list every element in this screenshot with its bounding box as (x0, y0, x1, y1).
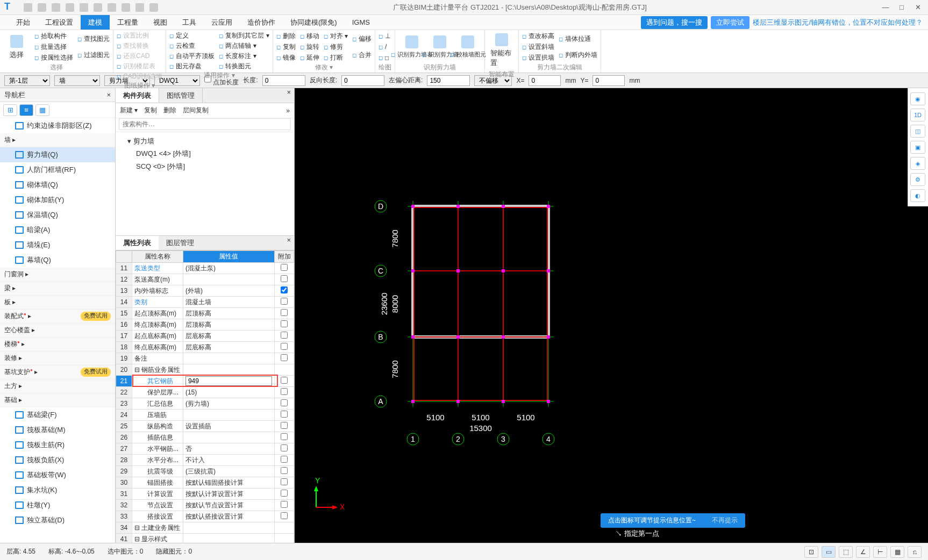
view-tool-icon[interactable]: ◫ (910, 125, 925, 138)
ribbon-item[interactable]: 判断内外墙 (559, 51, 597, 60)
prop-extra[interactable] (275, 432, 294, 443)
ribbon-item[interactable]: CAD识别选项 (117, 72, 162, 81)
nav-category[interactable]: 基坑支护● ▸免费试用 (0, 365, 115, 379)
qat-icon[interactable] (122, 3, 130, 12)
menu-协同建模(限免)[interactable]: 协同建模(限免) (283, 15, 345, 30)
maximize-icon[interactable]: □ (898, 3, 905, 11)
y-input[interactable] (593, 75, 625, 86)
prop-extra[interactable] (275, 308, 294, 319)
qat-icon[interactable] (24, 3, 32, 12)
prop-value[interactable]: 按默认搭接设置计算 (183, 511, 274, 522)
ribbon-item[interactable]: 识别楼层表 (117, 62, 162, 71)
ribbon-item[interactable]: 自动平齐顶板 (169, 52, 215, 61)
status-tool-icon[interactable]: ∠ (856, 546, 870, 558)
ribbon-item[interactable]: 按属性选择 (34, 53, 73, 62)
prop-extra[interactable] (275, 489, 294, 500)
nav-category[interactable]: 空心楼盖 ▸ (0, 324, 115, 338)
tree-item[interactable]: DWQ1 <4> [外墙] (121, 147, 289, 160)
prop-extra[interactable] (275, 274, 294, 285)
nav-view-tree[interactable]: ⊞ (3, 104, 17, 116)
view-tool-icon[interactable]: ◈ (910, 157, 925, 170)
prop-extra[interactable] (275, 353, 294, 364)
left-offset-input[interactable] (427, 75, 470, 86)
qat-icon[interactable] (149, 3, 158, 12)
category-select[interactable]: 墙 (54, 75, 100, 86)
prop-extra[interactable] (275, 455, 294, 466)
prop-extra[interactable] (275, 297, 294, 308)
more-icon[interactable]: » (286, 107, 290, 114)
nav-item[interactable]: 柱墩(Y) (0, 498, 115, 513)
menu-开始[interactable]: 开始 (9, 15, 38, 30)
prop-extra[interactable] (275, 522, 294, 534)
menu-工程设置[interactable]: 工程设置 (38, 15, 81, 30)
prop-value[interactable]: (15) (183, 387, 274, 398)
view-tool-icon[interactable]: ⚙ (910, 173, 925, 186)
prop-value[interactable]: 否 (183, 443, 274, 455)
nav-item[interactable]: 幕墙(Q) (0, 253, 115, 268)
nav-item[interactable]: 剪力墙(Q) (0, 147, 115, 162)
prop-value[interactable]: 设置插筋 (183, 421, 274, 432)
nav-item[interactable]: 暗梁(A) (0, 222, 115, 238)
nav-item[interactable]: 基础板带(W) (0, 468, 115, 483)
qat-icon[interactable] (135, 3, 144, 12)
prop-value[interactable] (183, 432, 274, 443)
prop-value[interactable]: 层顶标高 (183, 308, 274, 319)
prop-extra[interactable] (275, 342, 294, 353)
nav-category[interactable]: 基础 ▸ (0, 393, 115, 407)
prop-value[interactable]: (三级抗震) (183, 466, 274, 477)
ribbon-item[interactable]: 拾取构件 (34, 32, 73, 41)
ribbon-item[interactable]: 删除 (276, 32, 296, 41)
ribbon-item[interactable]: 墙体拉通 (559, 34, 597, 44)
prop-value[interactable] (183, 410, 274, 421)
prop-value[interactable]: (混凝土泵) (183, 263, 274, 274)
view-tool-icon[interactable]: ◉ (910, 92, 925, 105)
reverse-input[interactable] (341, 75, 384, 86)
ribbon-item[interactable]: ⊥ (379, 32, 390, 40)
ribbon-item[interactable]: 批量选择 (34, 42, 73, 52)
ribbon-item[interactable]: 定义 (169, 31, 215, 40)
prop-value[interactable] (183, 522, 274, 534)
minimize-icon[interactable]: — (882, 3, 889, 11)
ribbon-item[interactable]: 查找替换 (117, 41, 162, 51)
select-tool-button[interactable]: 选择 (3, 31, 30, 63)
prop-extra[interactable] (275, 331, 294, 342)
prop-extra[interactable] (275, 477, 294, 489)
ribbon-item[interactable]: 延伸 (300, 53, 319, 62)
status-tool-icon[interactable]: ▭ (822, 546, 836, 558)
prop-extra[interactable] (275, 319, 294, 331)
nav-category[interactable]: 板 ▸ (0, 296, 115, 310)
menu-工具[interactable]: 工具 (175, 15, 204, 30)
prop-value[interactable] (183, 534, 274, 543)
ribbon-item[interactable]: 复制到其它层 ▾ (219, 31, 269, 40)
floor-copy-button[interactable]: 层间复制 (183, 106, 209, 115)
nav-item[interactable]: 筏板主筋(R) (0, 437, 115, 453)
tab-component-list[interactable]: 构件列表 (116, 88, 159, 103)
ribbon-item[interactable]: □ (379, 54, 390, 62)
ribbon-item[interactable]: 还原CAD (117, 52, 162, 61)
ribbon-item[interactable]: 修剪 (324, 42, 348, 52)
ribbon-item[interactable]: 镜像 (276, 53, 296, 62)
prop-extra[interactable] (275, 534, 294, 543)
nav-category[interactable]: 梁 ▸ (0, 282, 115, 296)
status-tool-icon[interactable]: ⬚ (839, 546, 853, 558)
prop-value[interactable] (183, 364, 274, 376)
floor-select[interactable]: 第-1层 (4, 75, 50, 86)
prop-extra[interactable] (275, 443, 294, 455)
prop-value[interactable]: 按默认锚固搭接计算 (183, 477, 274, 489)
prop-value[interactable]: 层底标高 (183, 331, 274, 342)
try-button[interactable]: 立即尝试 (711, 16, 749, 29)
ribbon-item[interactable]: 偏移 (352, 34, 372, 44)
new-button[interactable]: 新建 ▾ (120, 106, 138, 115)
ribbon-item[interactable]: 设置比例 (117, 31, 162, 40)
status-tool-icon[interactable]: ⊡ (804, 546, 818, 558)
qat-icon[interactable] (66, 3, 74, 12)
prop-value[interactable]: 按默认节点设置计算 (183, 500, 274, 511)
nav-item[interactable]: 独立基础(D) (0, 513, 115, 528)
ribbon-item[interactable]: 长度标注 ▾ (219, 52, 269, 61)
qat-icon[interactable] (52, 3, 60, 12)
prop-extra[interactable] (275, 500, 294, 511)
nav-item[interactable]: 基础梁(F) (0, 407, 115, 422)
nav-item[interactable]: 筏板负筋(X) (0, 453, 115, 468)
ribbon-item[interactable]: 图元存盘 (169, 62, 215, 71)
nav-category[interactable]: 土方 ▸ (0, 379, 115, 393)
